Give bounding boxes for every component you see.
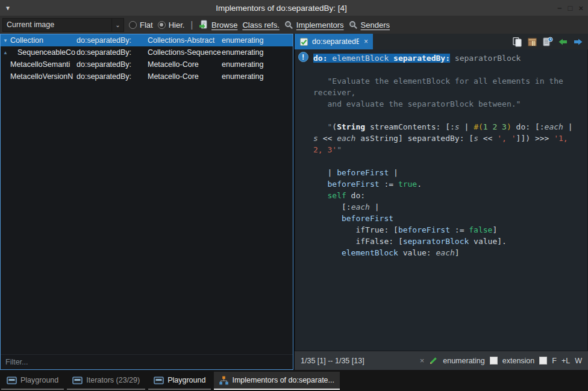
flag-w[interactable]: W	[575, 357, 582, 365]
package-icon[interactable]	[527, 37, 537, 47]
code-line: do: elementBlock separatedBy: separatorB…	[313, 52, 585, 64]
table-row[interactable]: MetacelloVersionNdo:separatedBy:Metacell…	[1, 70, 293, 83]
tab-label: do:separatedB	[312, 37, 359, 46]
taskbar-item-label: Implementors of do:separate...	[232, 376, 334, 384]
package-cell: Collections-Sequence	[148, 48, 222, 57]
main-area: ▼Collectiondo:separatedBy:Collections-Ab…	[0, 34, 588, 370]
flat-radio[interactable]: Flat	[129, 20, 153, 30]
method-icon	[299, 37, 308, 46]
browse-button[interactable]: Browse	[199, 20, 237, 30]
protocol-cell: enumerating	[222, 48, 293, 57]
triangle-up-icon[interactable]: ▲	[1, 50, 10, 55]
flag-f[interactable]: F	[552, 357, 557, 365]
class-name: MetacelloVersionN	[10, 72, 73, 81]
filter-input[interactable]	[1, 355, 293, 369]
window-icon	[72, 377, 83, 384]
flag-plus-l[interactable]: +L	[561, 357, 570, 365]
selector-cell: do:separatedBy:	[77, 60, 148, 69]
tab-do-separatedby[interactable]: do:separatedB ×	[295, 34, 373, 49]
senders-label: Senders	[361, 20, 390, 30]
window-icon	[154, 377, 164, 384]
tab-close-icon[interactable]: ×	[363, 37, 368, 46]
forward-icon[interactable]	[573, 37, 583, 46]
implementors-label: Implementors	[296, 20, 344, 30]
source-code[interactable]: do: elementBlock separatedBy: separatorB…	[311, 49, 587, 351]
implementors-button[interactable]: Implementors	[284, 20, 344, 30]
code-line: ifTrue: [beforeFirst := false]	[313, 224, 585, 236]
browse-label: Browse	[211, 20, 237, 30]
taskbar-item-label: Playground	[167, 376, 205, 384]
copy-icon[interactable]	[512, 37, 522, 47]
class-refs-label: Class refs.	[242, 20, 279, 30]
filter-bar	[1, 354, 293, 369]
code-line	[313, 155, 585, 167]
tab-bar: do:separatedB ×	[295, 34, 588, 49]
scope-select[interactable]: Current image ⌄	[2, 18, 124, 32]
hier-radio-label: Hier.	[169, 20, 185, 30]
code-line: self do:	[313, 190, 585, 201]
package-cell: Metacello-Core	[148, 60, 222, 69]
toolbar-separator: |	[189, 20, 194, 30]
code-line: elementBlock value: each]	[313, 247, 585, 258]
close-icon[interactable]: ×	[420, 356, 425, 365]
taskbar-item[interactable]: Implementors of do:separate...	[214, 372, 340, 390]
history-icon[interactable]	[542, 37, 553, 47]
selector-cell: do:separatedBy:	[77, 36, 148, 45]
package-cell: Metacello-Core	[148, 72, 222, 81]
protocol-cell: enumerating	[222, 72, 293, 81]
format-checkbox[interactable]	[539, 357, 547, 364]
alert-icon[interactable]: !	[298, 52, 308, 62]
taskbar-item[interactable]: Playground	[1, 372, 64, 390]
flat-radio-label: Flat	[140, 20, 153, 30]
code-editor-panel: do:separatedB × ! do: elementBlock separ…	[295, 34, 588, 370]
window-icon	[7, 377, 17, 384]
code-line: receiver,	[313, 87, 585, 98]
scope-select-value: Current image	[3, 20, 111, 29]
table-row[interactable]: ▲SequenceableCodo:separatedBy:Collection…	[1, 46, 293, 58]
pencil-icon[interactable]	[429, 356, 438, 365]
code-line: s << each asString] separatedBy: [s << '…	[313, 133, 585, 144]
triangle-down-icon[interactable]: ▼	[1, 38, 10, 43]
chevron-down-icon[interactable]: ⌄	[111, 19, 124, 31]
extension-checkbox[interactable]	[490, 357, 498, 364]
editor-toolbar	[373, 34, 588, 49]
editor-status-bar: 1/35 [1] -- 1/35 [13] × enumerating exte…	[295, 351, 588, 370]
taskbar-item-label: Iterators (23/29)	[86, 376, 140, 384]
selector-cell: do:separatedBy:	[77, 48, 148, 57]
class-name: SequenceableCo	[10, 48, 75, 57]
search-icon	[284, 20, 293, 30]
taskbar: PlaygroundIterators (23/29)PlaygroundImp…	[0, 370, 588, 391]
toolbar: Current image ⌄ Flat Hier. | Browse Clas…	[0, 16, 588, 34]
protocol-label[interactable]: enumerating	[443, 357, 485, 365]
code-line	[313, 64, 585, 75]
hier-radio[interactable]: Hier.	[158, 20, 185, 30]
pharo-window: ▼ Implementors of do:separatedBy: [4] − …	[0, 0, 588, 391]
taskbar-item[interactable]: Playground	[148, 372, 211, 390]
search-icon	[349, 20, 358, 30]
back-icon[interactable]	[558, 37, 568, 46]
code-area[interactable]: ! do: elementBlock separatedBy: separato…	[295, 49, 588, 351]
maximize-button[interactable]: □	[568, 4, 573, 12]
senders-button[interactable]: Senders	[349, 20, 390, 30]
selector-cell: do:separatedBy:	[77, 72, 148, 81]
window-menu-icon[interactable]: ▼	[5, 5, 17, 11]
implementors-list: ▼Collectiondo:separatedBy:Collections-Ab…	[1, 34, 293, 354]
table-row[interactable]: MetacelloSemantido:separatedBy:Metacello…	[1, 58, 293, 70]
taskbar-item[interactable]: Iterators (23/29)	[67, 372, 145, 390]
class-refs-button[interactable]: Class refs.	[242, 20, 279, 30]
code-line: beforeFirst := true.	[313, 178, 585, 190]
taskbar-item-label: Playground	[20, 376, 58, 384]
protocol-cell: enumerating	[222, 36, 293, 45]
code-line: | beforeFirst |	[313, 167, 585, 178]
close-button[interactable]: ×	[578, 4, 583, 12]
implementors-list-panel: ▼Collectiondo:separatedBy:Collections-Ab…	[0, 34, 293, 370]
code-line	[313, 110, 585, 121]
cursor-position: 1/35 [1] -- 1/35 [13]	[301, 357, 420, 365]
code-gutter: !	[295, 49, 311, 351]
minimize-button[interactable]: −	[557, 4, 562, 12]
table-row[interactable]: ▼Collectiondo:separatedBy:Collections-Ab…	[1, 34, 293, 46]
extension-label: extension	[502, 357, 535, 365]
code-line: "(String streamContents: [:s | #(1 2 3) …	[313, 121, 585, 133]
code-line: 2, 3'"	[313, 144, 585, 155]
code-line: ifFalse: [separatorBlock value].	[313, 236, 585, 247]
